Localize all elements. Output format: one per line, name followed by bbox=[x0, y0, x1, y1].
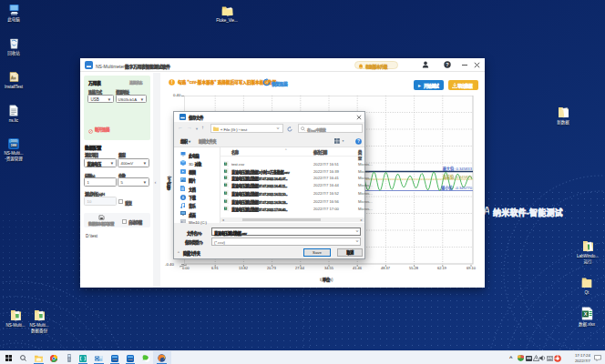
svg-text:X: X bbox=[225, 199, 227, 203]
svg-text:DMM: DMM bbox=[113, 359, 118, 360]
svg-text:DMM: DMM bbox=[11, 144, 17, 147]
svg-text:X: X bbox=[225, 184, 227, 187]
svg-text:X: X bbox=[225, 169, 227, 173]
svg-text:DMM: DMM bbox=[128, 359, 133, 360]
svg-text:!: ! bbox=[171, 79, 173, 85]
svg-text:X: X bbox=[583, 311, 587, 317]
svg-text:?: ? bbox=[357, 139, 360, 144]
svg-text:X: X bbox=[225, 207, 227, 210]
svg-text:X: X bbox=[225, 191, 227, 195]
svg-text:A+: A+ bbox=[11, 76, 16, 80]
svg-text:X: X bbox=[225, 162, 227, 166]
svg-text:X: X bbox=[225, 176, 227, 179]
svg-text:1000: 1000 bbox=[11, 139, 17, 143]
svg-text:?: ? bbox=[446, 62, 449, 67]
